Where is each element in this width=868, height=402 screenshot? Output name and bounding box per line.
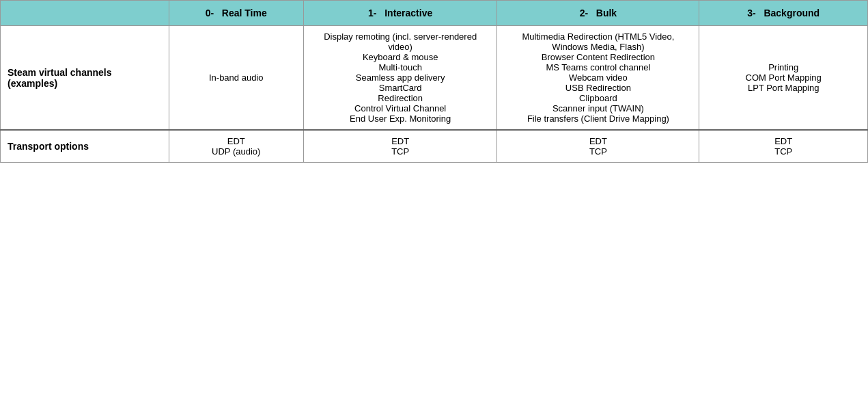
col0-name: Real Time: [222, 8, 267, 18]
transport-background: EDT TCP: [699, 130, 868, 163]
col3-num: 3-: [747, 8, 755, 18]
header-background: 3- Background: [699, 1, 868, 26]
col1-num: 1-: [368, 8, 376, 18]
header-bulk: 2- Bulk: [497, 1, 699, 26]
col1-name: Interactive: [384, 8, 432, 18]
background-content: Printing COM Port Mapping LPT Port Mappi…: [699, 26, 868, 131]
realtime-content: In-band audio: [169, 26, 303, 131]
header-realtime: 0- Real Time: [169, 1, 303, 26]
col2-name: Bulk: [596, 8, 617, 18]
transport-row: Transport options EDT UDP (audio) EDT TC…: [1, 130, 868, 163]
header-row: 0- Real Time 1- Interactive 2- Bulk 3- B…: [1, 1, 868, 26]
transport-interactive: EDT TCP: [303, 130, 497, 163]
virtual-channels-row: Steam virtual channels (examples) In-ban…: [1, 26, 868, 131]
virtual-channels-label: Steam virtual channels (examples): [1, 26, 169, 131]
transport-realtime: EDT UDP (audio): [169, 130, 303, 163]
transport-bulk: EDT TCP: [497, 130, 699, 163]
bulk-content: Multimedia Redirection (HTML5 Video, Win…: [497, 26, 699, 131]
col3-name: Background: [764, 8, 820, 18]
col0-num: 0-: [206, 8, 214, 18]
main-table: 0- Real Time 1- Interactive 2- Bulk 3- B…: [0, 0, 868, 163]
header-empty: [1, 1, 169, 26]
transport-label: Transport options: [1, 130, 169, 163]
col2-num: 2-: [580, 8, 588, 18]
header-interactive: 1- Interactive: [303, 1, 497, 26]
interactive-content: Display remoting (incl. server-rendered …: [303, 26, 497, 131]
